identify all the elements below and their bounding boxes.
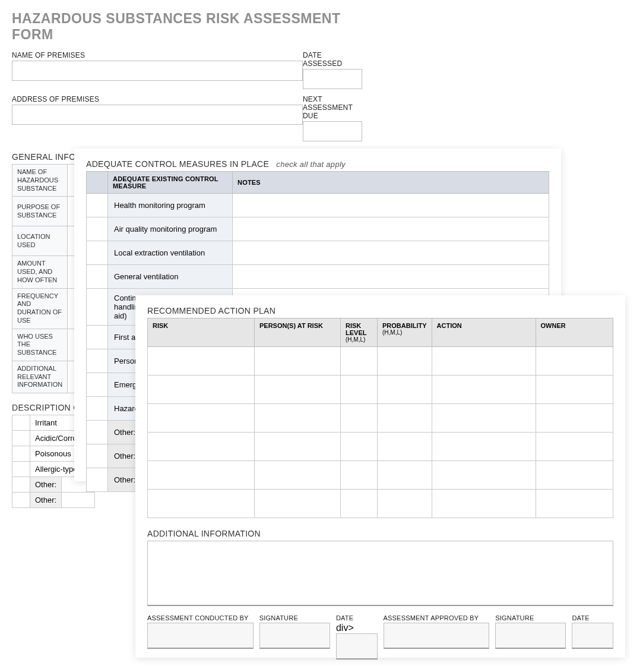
ap-cell[interactable] bbox=[536, 490, 613, 518]
ap-cell[interactable] bbox=[432, 461, 536, 490]
approved-date-input[interactable] bbox=[572, 623, 613, 649]
cm-checkbox[interactable] bbox=[87, 241, 108, 265]
hazard-checkbox[interactable] bbox=[12, 431, 30, 446]
cm-checkbox[interactable] bbox=[87, 468, 108, 492]
ap-cell[interactable] bbox=[378, 347, 432, 376]
cm-checkbox[interactable] bbox=[87, 444, 108, 468]
ap-cell[interactable] bbox=[378, 490, 432, 518]
ap-cell[interactable] bbox=[148, 461, 255, 490]
hazard-checkbox[interactable] bbox=[12, 493, 30, 508]
approved-sig-input[interactable] bbox=[495, 623, 566, 649]
ap-cell[interactable] bbox=[341, 376, 378, 404]
conducted-date-label: DATE bbox=[336, 614, 378, 621]
ap-cell[interactable] bbox=[255, 347, 341, 376]
hazard-other-input[interactable] bbox=[62, 493, 95, 508]
cm-checkbox[interactable] bbox=[87, 194, 108, 217]
ap-cell[interactable] bbox=[432, 347, 536, 376]
ap-cell[interactable] bbox=[536, 404, 613, 433]
address-of-premises-label: ADDRESS OF PREMISES bbox=[12, 95, 303, 103]
address-of-premises-input[interactable] bbox=[12, 105, 303, 125]
cm-notes-input[interactable] bbox=[233, 265, 549, 289]
ap-cell[interactable] bbox=[255, 376, 341, 404]
cm-checkbox[interactable] bbox=[87, 397, 108, 421]
cm-item: Local extraction ventilation bbox=[108, 241, 233, 265]
ap-cell[interactable] bbox=[378, 433, 432, 461]
date-assessed-input[interactable] bbox=[303, 69, 362, 89]
ap-cell[interactable] bbox=[148, 490, 255, 518]
hazard-checkbox[interactable] bbox=[12, 462, 30, 477]
cm-notes-input[interactable] bbox=[233, 241, 549, 265]
name-of-premises-input[interactable] bbox=[12, 61, 303, 81]
cm-checkbox[interactable] bbox=[87, 349, 108, 373]
ap-cell[interactable] bbox=[536, 433, 613, 461]
ap-cell[interactable] bbox=[255, 461, 341, 490]
hazard-checkbox[interactable] bbox=[12, 477, 30, 493]
ap-cell[interactable] bbox=[255, 490, 341, 518]
conducted-date-input[interactable] bbox=[336, 633, 378, 660]
cm-checkbox[interactable] bbox=[87, 373, 108, 397]
hazard-checkbox[interactable] bbox=[12, 415, 30, 431]
cm-item: Air quality monitoring program bbox=[108, 217, 233, 241]
ap-cell[interactable] bbox=[148, 347, 255, 376]
ap-cell[interactable] bbox=[255, 404, 341, 433]
gi-row-label: ADDITIONAL RELEVANT INFORMATION bbox=[12, 361, 68, 393]
gi-row-label: WHO USES THE SUBSTANCE bbox=[12, 329, 68, 361]
ap-cell[interactable] bbox=[341, 433, 378, 461]
ap-cell[interactable] bbox=[255, 433, 341, 461]
approved-sig-label: SIGNATURE bbox=[495, 614, 566, 621]
ap-cell[interactable] bbox=[341, 347, 378, 376]
cm-item: Health monitoring program bbox=[108, 194, 233, 217]
gi-row-label: AMOUNT USED, AND HOW OFTEN bbox=[12, 256, 68, 288]
ap-cell[interactable] bbox=[341, 490, 378, 518]
conducted-sig-input[interactable] bbox=[259, 623, 330, 649]
hazard-checkbox[interactable] bbox=[12, 446, 30, 462]
cm-notes-input[interactable] bbox=[233, 194, 549, 217]
ap-cell[interactable] bbox=[536, 347, 613, 376]
cm-checkbox[interactable] bbox=[87, 265, 108, 289]
ap-cell[interactable] bbox=[341, 404, 378, 433]
ap-cell[interactable] bbox=[148, 404, 255, 433]
ap-header-persons: PERSON(S) AT RISK bbox=[255, 318, 341, 347]
ap-cell[interactable] bbox=[432, 490, 536, 518]
ap-cell[interactable] bbox=[148, 433, 255, 461]
approved-by-input[interactable] bbox=[384, 623, 490, 649]
ap-cell[interactable] bbox=[378, 461, 432, 490]
cm-checkbox[interactable] bbox=[87, 326, 108, 349]
cm-checkbox[interactable] bbox=[87, 289, 108, 326]
control-measures-hint: check all that apply bbox=[276, 160, 346, 169]
conducted-by-input[interactable] bbox=[147, 623, 254, 649]
ap-cell[interactable] bbox=[378, 404, 432, 433]
cm-notes-input[interactable] bbox=[233, 217, 549, 241]
action-plan-title: RECOMMENDED ACTION PLAN bbox=[147, 306, 613, 316]
page-title: HAZARDOUS SUBSTANCES RISK ASSESSMENT FOR… bbox=[12, 11, 362, 43]
ap-row bbox=[148, 490, 613, 518]
approved-by-label: ASSESSMENT APPROVED BY bbox=[384, 614, 490, 621]
gi-row-label: LOCATION USED bbox=[12, 226, 68, 256]
gi-row-label: FREQUENCY AND DURATION OF USE bbox=[12, 288, 68, 329]
ap-cell[interactable] bbox=[432, 433, 536, 461]
ap-row bbox=[148, 461, 613, 490]
cm-header-measure: ADEQUATE EXISTING CONTROL MEASURE bbox=[108, 172, 233, 194]
ap-header-owner: OWNER bbox=[536, 318, 613, 347]
control-measures-title: ADEQUATE CONTROL MEASURES IN PLACE check… bbox=[86, 159, 549, 169]
ap-row bbox=[148, 433, 613, 461]
ap-row bbox=[148, 347, 613, 376]
next-assessment-due-input[interactable] bbox=[303, 121, 362, 141]
date-assessed-label: DATE ASSESSED bbox=[303, 51, 362, 68]
ap-row bbox=[148, 376, 613, 404]
additional-info-input[interactable] bbox=[147, 541, 613, 606]
ap-cell[interactable] bbox=[536, 376, 613, 404]
ap-cell[interactable] bbox=[432, 404, 536, 433]
ap-cell[interactable] bbox=[378, 376, 432, 404]
conducted-by-label: ASSESSMENT CONDUCTED BY bbox=[147, 614, 254, 621]
ap-cell[interactable] bbox=[148, 376, 255, 404]
action-plan-table: RISK PERSON(S) AT RISK RISK LEVEL(H,M,L)… bbox=[147, 318, 613, 518]
cm-checkbox[interactable] bbox=[87, 217, 108, 241]
ap-cell[interactable] bbox=[432, 376, 536, 404]
cm-checkbox[interactable] bbox=[87, 421, 108, 444]
next-assessment-due-label: NEXT ASSESSMENT DUE bbox=[303, 95, 362, 120]
ap-cell[interactable] bbox=[341, 461, 378, 490]
ap-cell[interactable] bbox=[536, 461, 613, 490]
conducted-sig-label: SIGNATURE bbox=[259, 614, 330, 621]
additional-info-title: ADDITIONAL INFORMATION bbox=[147, 529, 613, 538]
